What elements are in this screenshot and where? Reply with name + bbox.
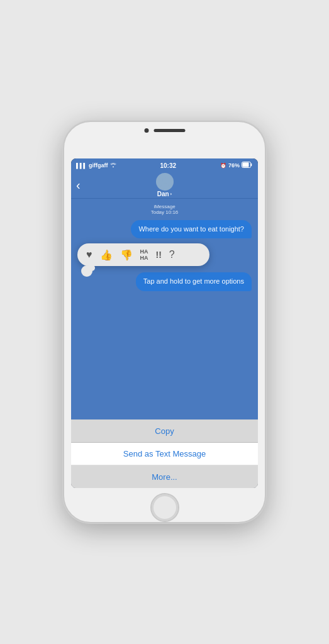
message-text: Where do you want to eat tonight? xyxy=(138,225,244,233)
message-bubble[interactable]: Where do you want to eat tonight? xyxy=(131,220,252,238)
home-button[interactable] xyxy=(150,493,179,522)
top-sensor-bar xyxy=(144,128,185,133)
send-as-text-button[interactable]: Send as Text Message xyxy=(71,443,258,465)
carrier-label: giffgaff xyxy=(89,162,108,169)
phone-frame: ▌▌▌ giffgaff 10:32 ⏰ 76% xyxy=(63,121,266,523)
reaction-heart[interactable]: ♥ xyxy=(86,249,92,260)
battery-icon xyxy=(242,162,253,169)
phone-screen: ▌▌▌ giffgaff 10:32 ⏰ 76% xyxy=(71,158,258,488)
chat-area: iMessage Today 10:16 Where do you want t… xyxy=(71,199,258,419)
reaction-thumbup[interactable]: 👍 xyxy=(100,249,113,261)
reaction-question[interactable]: ? xyxy=(169,249,175,260)
send-as-text-label: Send as Text Message xyxy=(123,449,206,458)
action-sheet: Copy Send as Text Message More... xyxy=(71,420,258,488)
more-label: More... xyxy=(152,472,177,482)
tooltip-text: Tap and hold to get more options xyxy=(143,277,244,285)
copy-label: Copy xyxy=(155,426,174,436)
signal-icon: ▌▌▌ xyxy=(76,163,87,169)
reaction-exclaim[interactable]: !! xyxy=(156,250,162,260)
timestamp-label: iMessage Today 10:16 xyxy=(77,204,252,215)
wifi-icon xyxy=(110,162,116,169)
back-button[interactable]: ‹ xyxy=(76,178,81,192)
time-label: 10:32 xyxy=(160,162,176,169)
reaction-haha[interactable]: HAHA xyxy=(140,248,148,261)
reaction-thumbdown[interactable]: 👎 xyxy=(120,249,133,261)
svg-rect-1 xyxy=(242,163,248,167)
tooltip-bubble: Tap and hold to get more options xyxy=(136,272,252,291)
contact-name[interactable]: Dan › xyxy=(157,191,172,197)
camera-dot xyxy=(144,128,148,133)
svg-point-2 xyxy=(162,177,167,182)
contact-avatar xyxy=(156,173,174,191)
nav-chevron: › xyxy=(170,191,172,197)
alarm-icon: ⏰ xyxy=(220,163,226,169)
more-button[interactable]: More... xyxy=(71,465,258,488)
nav-bar: ‹ Dan › xyxy=(71,172,258,199)
status-bar: ▌▌▌ giffgaff 10:32 ⏰ 76% xyxy=(71,158,258,172)
copy-button[interactable]: Copy xyxy=(71,420,258,443)
speaker-bar xyxy=(153,129,185,132)
nav-center[interactable]: Dan › xyxy=(156,173,174,197)
battery-percent: 76% xyxy=(228,162,240,169)
reaction-popup[interactable]: ♥ 👍 👎 HAHA !! ? xyxy=(77,243,209,266)
